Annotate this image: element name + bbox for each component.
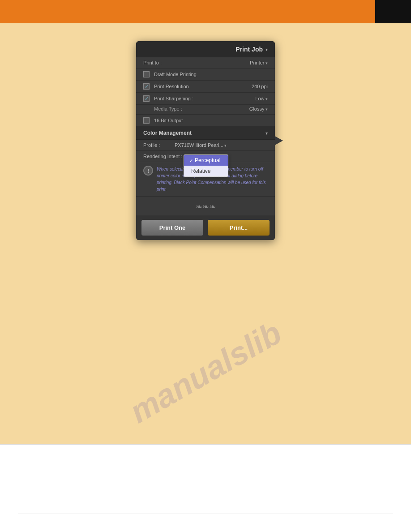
print-to-label: Print to :: [143, 60, 250, 65]
profile-value[interactable]: PX710W Ilford Pearl...: [175, 142, 227, 148]
panel-body: Print to : Printer Draft Mode Printing ✓…: [136, 57, 275, 215]
print-one-button[interactable]: Print One: [141, 220, 203, 236]
panel-header: Print Job ▾: [136, 41, 275, 57]
warning-icon: !: [143, 166, 153, 176]
draft-mode-label: Draft Mode Printing: [154, 72, 268, 77]
color-management-arrow: ▾: [265, 131, 268, 136]
draft-mode-row: Draft Mode Printing: [136, 69, 275, 81]
print-sharpening-row: ✓ Print Sharpening : Low: [136, 93, 275, 105]
profile-label: Profile :: [143, 142, 175, 148]
print-resolution-value: 240 ppi: [252, 84, 268, 89]
media-type-row: Media Type : Glossy: [136, 105, 275, 115]
rendering-intent-row: Rendering Intent : ✓ Perceptual Relative: [136, 151, 275, 162]
print-button[interactable]: Print...: [208, 220, 270, 236]
print-resolution-checkbox[interactable]: ✓: [143, 83, 150, 90]
bit-output-checkbox[interactable]: [143, 117, 150, 124]
media-type-value[interactable]: Glossy: [249, 106, 268, 112]
bit-output-row: 16 Bit Output: [136, 115, 275, 127]
print-sharpening-check: ✓: [145, 96, 149, 101]
print-resolution-check: ✓: [145, 84, 149, 89]
perceptual-label: Perceptual: [195, 157, 220, 163]
bottom-rule: [18, 514, 393, 514]
print-sharpening-label: Print Sharpening :: [154, 96, 255, 101]
rendering-intent-popup: ✓ Perceptual Relative: [184, 154, 228, 177]
top-bar-black: [375, 0, 411, 23]
ornament: ❧❧❧: [136, 197, 275, 215]
print-panel: Print Job ▾ Print to : Printer Draft Mod…: [136, 41, 275, 240]
watermark: manualslib: [124, 314, 288, 430]
print-resolution-label: Print Resolution: [154, 84, 252, 89]
dropdown-item-perceptual[interactable]: ✓ Perceptual: [184, 155, 228, 166]
color-management-title: Color Management: [143, 130, 192, 136]
bottom-area: [0, 444, 411, 532]
print-to-row: Print to : Printer: [136, 57, 275, 69]
color-management-header[interactable]: Color Management ▾: [136, 127, 275, 140]
bit-output-label: 16 Bit Output: [154, 118, 268, 123]
print-sharpening-checkbox[interactable]: ✓: [143, 95, 150, 102]
dropdown-item-relative[interactable]: Relative: [184, 166, 228, 176]
panel-title-arrow[interactable]: ▾: [265, 47, 268, 52]
rendering-intent-label: Rendering Intent :: [143, 154, 188, 159]
media-type-label: Media Type :: [154, 106, 249, 112]
print-sharpening-value[interactable]: Low: [255, 96, 268, 101]
print-resolution-row: ✓ Print Resolution 240 ppi: [136, 81, 275, 93]
top-bar: [0, 0, 411, 23]
panel-right-arrow: [275, 136, 283, 145]
button-row: Print One Print...: [136, 215, 275, 240]
perceptual-check: ✓: [189, 158, 193, 163]
profile-row: Profile : PX710W Ilford Pearl...: [136, 140, 275, 151]
panel-title: Print Job: [235, 46, 263, 53]
warning-icon-symbol: !: [147, 167, 149, 174]
relative-label: Relative: [191, 168, 210, 174]
top-bar-orange: [0, 0, 375, 23]
draft-mode-checkbox[interactable]: [143, 71, 150, 77]
main-content: manualslib Print Job ▾ Print to : Printe…: [0, 23, 411, 444]
print-to-value[interactable]: Printer: [250, 60, 268, 65]
